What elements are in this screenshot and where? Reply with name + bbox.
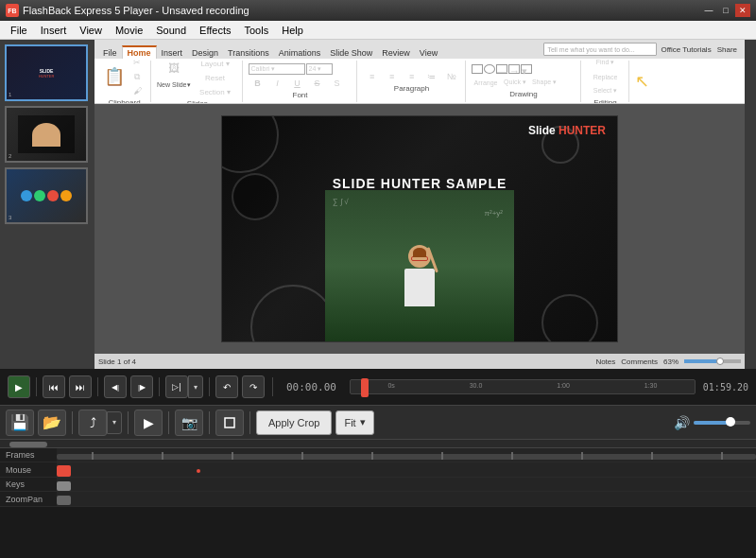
paste-btn[interactable]: 📋	[102, 61, 127, 92]
replace-btn[interactable]: Replace	[587, 70, 625, 83]
slow-play-button[interactable]: ▷|	[165, 375, 188, 398]
track-zoompan-label: ZoomPan	[0, 495, 57, 504]
right-scrollbar[interactable]	[745, 40, 756, 369]
font-family-select[interactable]: Calibri ▾	[249, 63, 305, 75]
tab-home[interactable]: Home	[122, 45, 157, 59]
undo-button[interactable]: ↶	[215, 375, 238, 398]
tab-slideshow[interactable]: Slide Show	[325, 46, 377, 59]
bullets-btn[interactable]: ≔	[422, 70, 441, 83]
section-btn[interactable]: Section ▾	[193, 85, 238, 98]
align-right-btn[interactable]: ≡	[403, 70, 421, 83]
track-mouse-content[interactable]	[57, 462, 756, 477]
rewind-start-button[interactable]: ⏮	[43, 375, 65, 398]
menu-effects[interactable]: Effects	[193, 23, 237, 38]
timeline-scrubber[interactable]: 0s 30.0 1:00 1:30	[350, 379, 696, 394]
volume-thumb[interactable]	[726, 417, 735, 427]
shape-fill-btn[interactable]: Shape ▾	[530, 76, 558, 89]
marker-90: 1:30	[644, 382, 658, 389]
marker-0: 0s	[387, 382, 394, 389]
underline-btn[interactable]: U	[288, 77, 307, 90]
cut-btn[interactable]: ✂	[128, 59, 146, 69]
quick-styles-btn[interactable]: Quick ▾	[501, 76, 529, 89]
shadow-btn[interactable]: S	[328, 77, 347, 90]
current-time: 00:00.00	[281, 381, 342, 393]
menu-bar: File Insert View Movie Sound Effects Too…	[0, 21, 756, 40]
align-center-btn[interactable]: ≡	[383, 70, 402, 83]
share-dropdown[interactable]: ▾	[107, 411, 122, 434]
shape-more[interactable]: ▾	[521, 64, 532, 74]
track-frames-content[interactable]	[57, 448, 756, 462]
screenshot-button[interactable]: 📷	[175, 410, 203, 436]
align-left-btn[interactable]: ≡	[363, 70, 382, 83]
tab-insert[interactable]: Insert	[157, 46, 188, 59]
share-button[interactable]: ⤴	[78, 410, 107, 436]
slide-thumb-3[interactable]: 3	[5, 167, 88, 224]
slide-display: Slide HUNTER SLIDE HUNTER SAMPLE PRESENT…	[221, 115, 618, 342]
volume-slider[interactable]	[694, 421, 750, 425]
track-zoompan: ZoomPan	[0, 492, 756, 507]
slide-thumb-2[interactable]: 2	[5, 106, 88, 163]
play-button[interactable]: ▶	[8, 375, 30, 398]
crop-button[interactable]	[215, 410, 244, 436]
shape-oval[interactable]	[484, 64, 495, 74]
menu-help[interactable]: Help	[275, 23, 310, 38]
apply-crop-button[interactable]: Apply Crop	[256, 410, 332, 435]
tab-animations[interactable]: Animations	[274, 46, 326, 59]
numbering-btn[interactable]: №	[442, 70, 461, 83]
italic-btn[interactable]: I	[268, 77, 287, 90]
video-button[interactable]: ▶	[134, 410, 163, 436]
menu-sound[interactable]: Sound	[149, 23, 193, 38]
tick-10	[721, 452, 723, 460]
menu-insert[interactable]: Insert	[34, 23, 74, 38]
tab-file[interactable]: File	[98, 46, 122, 59]
arrange-btn[interactable]: Arrange	[472, 76, 500, 89]
slow-play-dropdown[interactable]: ▾	[188, 375, 203, 398]
reset-btn[interactable]: Reset	[193, 71, 238, 84]
tick-4	[301, 452, 303, 460]
layout-btn[interactable]: Layout ▾	[193, 59, 238, 70]
tab-view[interactable]: View	[415, 46, 442, 59]
copy-btn[interactable]: ⧉	[128, 70, 146, 83]
shape-arrow[interactable]: →	[508, 64, 520, 74]
find-btn[interactable]: Find ▾	[587, 59, 625, 69]
tab-transitions[interactable]: Transitions	[223, 46, 274, 59]
timeline-scrollbar[interactable]	[0, 440, 756, 448]
scroll-thumb[interactable]	[9, 442, 47, 447]
open-folder-button[interactable]: 📂	[38, 410, 66, 436]
strikethrough-btn[interactable]: S	[308, 77, 327, 90]
next-frame-button[interactable]: |▶	[130, 375, 153, 398]
toolbar-div-1	[72, 411, 73, 434]
prev-frame-button[interactable]: ◀|	[104, 375, 127, 398]
menu-file[interactable]: File	[4, 23, 34, 38]
menu-tools[interactable]: Tools	[238, 23, 276, 38]
menu-movie[interactable]: Movie	[109, 23, 149, 38]
ribbon-clipboard: 📋 ✂ ⧉ 🖌 Clipboard	[98, 61, 151, 102]
redo-button[interactable]: ↷	[242, 375, 265, 398]
notes-btn[interactable]: Notes	[595, 357, 615, 366]
zoom-thumb[interactable]	[716, 357, 724, 365]
new-slide-btn[interactable]: 🖼	[161, 59, 187, 81]
shape-rect[interactable]	[472, 64, 483, 74]
fit-dropdown[interactable]: Fit ▾	[335, 410, 373, 435]
font-size-select[interactable]: 24 ▾	[306, 63, 333, 75]
tab-design[interactable]: Design	[187, 46, 223, 59]
track-keys-content[interactable]	[57, 478, 756, 492]
comments-btn[interactable]: Comments	[621, 357, 658, 366]
save-button[interactable]: 💾	[6, 410, 34, 436]
zoom-level: 63%	[663, 357, 679, 366]
bold-btn[interactable]: B	[249, 77, 267, 90]
format-painter-btn[interactable]: 🖌	[128, 84, 146, 97]
track-zoompan-content[interactable]	[57, 492, 756, 506]
volume-icon[interactable]: 🔊	[674, 415, 690, 430]
minimize-button[interactable]: —	[701, 4, 716, 17]
tick-6	[441, 452, 443, 460]
zoom-slider[interactable]	[684, 359, 741, 363]
select-btn[interactable]: Select ▾	[587, 84, 625, 97]
maximize-button[interactable]: □	[718, 4, 733, 17]
shape-line[interactable]: —	[496, 64, 507, 74]
forward-end-button[interactable]: ⏭	[69, 375, 92, 398]
close-button[interactable]: ✕	[735, 4, 750, 17]
menu-view[interactable]: View	[73, 23, 109, 38]
slide-thumb-1[interactable]: SLIDE HUNTER 1	[5, 44, 88, 101]
tab-review[interactable]: Review	[377, 46, 415, 59]
